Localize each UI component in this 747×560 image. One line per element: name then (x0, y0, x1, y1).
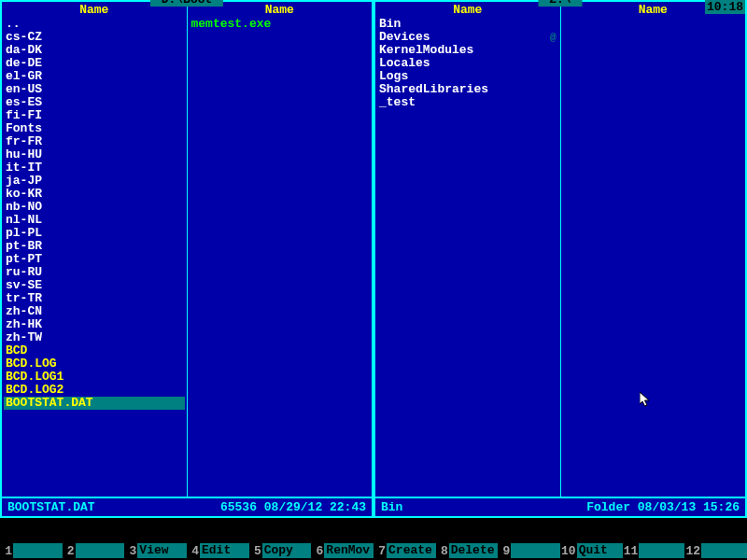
fkey-11[interactable]: 11 (623, 543, 685, 558)
fkey-2[interactable]: 2 (63, 543, 125, 558)
right-col1: Name BinDevices@KernelModulesLocalesLogs… (375, 2, 561, 497)
fkey-7[interactable]: 7Create (374, 543, 436, 558)
fkey-label: Create (387, 543, 436, 558)
fkey-label (639, 543, 684, 558)
file-entry[interactable]: fi-FI (4, 109, 185, 122)
fkey-label: Copy (262, 543, 312, 558)
fkey-number: 12 (684, 544, 701, 558)
fkey-label: Edit (200, 543, 249, 558)
file-entry[interactable]: de-DE (4, 57, 185, 70)
left-panel-title[interactable]: D:\Boot (150, 0, 223, 7)
file-entry[interactable]: BCD.LOG2 (4, 384, 185, 397)
file-entry[interactable]: KernelModules (377, 44, 558, 57)
fkey-label: Quit (577, 543, 623, 558)
fkey-number: 6 (311, 544, 324, 558)
fkey-number: 9 (498, 544, 511, 558)
fkey-4[interactable]: 4Edit (187, 543, 249, 558)
fkey-label (701, 543, 747, 558)
file-entry[interactable]: hu-HU (4, 148, 185, 161)
fkey-number: 2 (63, 544, 76, 558)
file-entry[interactable]: zh-HK (4, 318, 185, 331)
file-entry[interactable]: el-GR (4, 70, 185, 83)
file-entry[interactable]: Logs (377, 70, 558, 83)
fkey-label: View (137, 543, 187, 558)
left-status-name: BOOTSTAT.DAT (6, 500, 220, 514)
file-entry[interactable]: BCD (4, 344, 185, 357)
fkey-number: 10 (560, 544, 577, 558)
file-entry[interactable]: sv-SE (4, 279, 185, 292)
file-entry[interactable]: BCD.LOG (4, 357, 185, 371)
fkey-number: 8 (436, 544, 449, 558)
fkey-10[interactable]: 10Quit (560, 543, 623, 558)
right-panel-title[interactable]: Z:\ (538, 0, 582, 7)
link-marker-icon: @ (550, 31, 557, 44)
left-status-info: 65536 08/29/12 22:43 (220, 500, 368, 514)
left-col1: Name ..cs-CZda-DKde-DEel-GRen-USes-ESfi-… (2, 2, 188, 497)
fkey-number: 5 (249, 544, 262, 558)
file-entry[interactable]: fr-FR (4, 135, 185, 148)
fkey-label: Delete (449, 543, 499, 558)
file-entry[interactable]: ja-JP (4, 175, 185, 188)
file-entry[interactable]: pt-PT (4, 253, 185, 266)
fkey-5[interactable]: 5Copy (249, 543, 312, 558)
fkey-number: 3 (124, 544, 137, 558)
file-entry[interactable]: nb-NO (4, 201, 185, 214)
left-panel: D:\Boot Name ..cs-CZda-DKde-DEel-GRen-US… (0, 0, 374, 518)
file-entry[interactable]: ru-RU (4, 266, 185, 279)
fkey-6[interactable]: 6RenMov (311, 543, 374, 558)
fkey-8[interactable]: 8Delete (436, 543, 499, 558)
left-statusbar: BOOTSTAT.DAT 65536 08/29/12 22:43 (2, 497, 372, 516)
fkey-number: 11 (623, 544, 640, 558)
right-status-info: Folder 08/03/13 15:26 (586, 500, 741, 514)
file-entry[interactable]: memtest.exe (190, 18, 371, 31)
right-statusbar: Bin Folder 08/03/13 15:26 (375, 497, 745, 516)
fkey-number: 1 (0, 544, 13, 558)
file-entry[interactable]: SharedLibraries (377, 83, 558, 96)
file-entry[interactable]: ko-KR (4, 188, 185, 201)
file-entry[interactable]: Locales (377, 57, 558, 70)
file-entry[interactable]: .. (4, 18, 185, 31)
function-key-bar: 123View4Edit5Copy6RenMov7Create8Delete91… (0, 541, 747, 560)
file-entry[interactable]: Devices@ (377, 31, 558, 44)
fkey-label: RenMov (324, 543, 374, 558)
file-entry[interactable]: BOOTSTAT.DAT (4, 397, 185, 410)
right-col2: Name (561, 2, 746, 497)
file-entry[interactable]: tr-TR (4, 292, 185, 305)
right-status-name: Bin (379, 500, 586, 514)
command-line-area[interactable] (0, 518, 747, 541)
fkey-number: 4 (187, 544, 200, 558)
clock: 10:18 (705, 0, 745, 14)
fkey-label (511, 543, 560, 558)
file-entry[interactable]: pt-BR (4, 240, 185, 253)
file-entry[interactable]: nl-NL (4, 214, 185, 227)
file-entry[interactable]: es-ES (4, 96, 185, 109)
file-entry[interactable]: _test (377, 96, 558, 109)
fkey-9[interactable]: 9 (498, 543, 560, 558)
right-panel: Z:\ Name BinDevices@KernelModulesLocales… (374, 0, 747, 518)
dual-panel-container: D:\Boot Name ..cs-CZda-DKde-DEel-GRen-US… (0, 0, 747, 518)
fkey-label (76, 543, 125, 558)
file-entry[interactable]: Fonts (4, 122, 185, 135)
file-entry[interactable]: Bin (377, 18, 558, 31)
file-entry[interactable]: zh-CN (4, 305, 185, 318)
right-col1-header[interactable]: Name (375, 2, 560, 18)
fkey-1[interactable]: 1 (0, 543, 63, 558)
file-entry[interactable]: en-US (4, 83, 185, 96)
fkey-label (13, 543, 63, 558)
file-entry[interactable]: BCD.LOG1 (4, 371, 185, 384)
fkey-number: 7 (374, 544, 387, 558)
file-entry[interactable]: da-DK (4, 44, 185, 57)
fkey-12[interactable]: 12 (684, 543, 747, 558)
file-entry[interactable]: it-IT (4, 161, 185, 175)
file-entry[interactable]: cs-CZ (4, 31, 185, 44)
fkey-3[interactable]: 3View (124, 543, 187, 558)
file-entry[interactable]: pl-PL (4, 227, 185, 240)
file-entry[interactable]: zh-TW (4, 331, 185, 344)
left-col2: Name memtest.exe (188, 2, 373, 497)
